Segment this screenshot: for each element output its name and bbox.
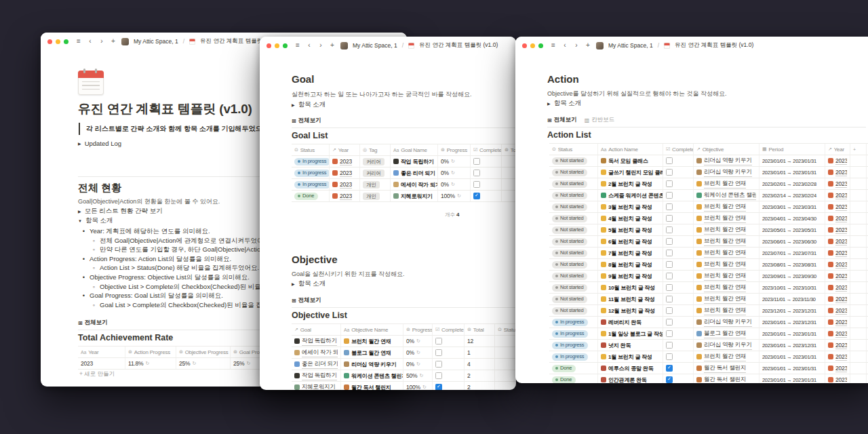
- refresh-icon[interactable]: ↻: [416, 350, 420, 355]
- relation-chip[interactable]: 2023: [828, 353, 847, 361]
- complete-checkbox[interactable]: [666, 215, 673, 222]
- table-row[interactable]: Not started10월 브런치 글 작성브런치 월간 연재2023/10/…: [549, 282, 868, 294]
- relation-chip[interactable]: 에세이 작가 되기: [294, 349, 338, 357]
- page-title-cell[interactable]: 좋은 리더 되기: [401, 170, 435, 177]
- relation-chip[interactable]: 2023: [828, 319, 847, 326]
- page-title-cell[interactable]: 블로그 월간 연재: [351, 349, 391, 357]
- status-badge[interactable]: Done: [552, 365, 576, 372]
- page-title-cell[interactable]: 에루스의 종말 완독: [608, 365, 653, 372]
- page-title-cell[interactable]: 리더십 역량 키우기: [351, 361, 396, 368]
- page-title-cell[interactable]: 11월 브런치 글 작성: [608, 296, 655, 303]
- relation-chip[interactable]: 워케이션 콘텐츠 챌린지: [696, 191, 756, 200]
- table-row[interactable]: Done인간관계론 완독월간 독서 챌린지2023/01/01 → 2023/0…: [549, 374, 868, 383]
- page-title-cell[interactable]: 12월 브런치 글 작성: [608, 307, 655, 315]
- relation-chip[interactable]: 브런치 월간 연재: [696, 307, 746, 315]
- column-header-op[interactable]: ⊚Objective Progress: [176, 347, 231, 357]
- status-badge[interactable]: Not started: [552, 261, 587, 269]
- page-title-cell[interactable]: 7월 브런치 글 작성: [608, 250, 652, 257]
- complete-checkbox[interactable]: [666, 319, 673, 326]
- complete-checkbox[interactable]: [435, 361, 442, 368]
- table-row[interactable]: In progress2023커리어좋은 리더 되기0%↻: [292, 167, 516, 179]
- column-header-year[interactable]: ↗Year: [330, 144, 360, 155]
- table-row[interactable]: In progress2023커리어작업 독립하기0%↻: [292, 156, 516, 167]
- table-row[interactable]: Not started7월 브런치 글 작성브런치 월간 연재2023/07/0…: [549, 248, 868, 259]
- column-header-status[interactable]: ⊙Status: [292, 144, 330, 155]
- relation-chip[interactable]: 2023: [828, 192, 847, 199]
- column-header-year[interactable]: AaYear: [78, 347, 125, 357]
- column-header-name[interactable]: AaObjective Name: [341, 324, 403, 335]
- table-row[interactable]: Not started글쓰기 챌린지 모임 클래스리더십 역량 키우기2023/…: [549, 167, 868, 178]
- tab-board-view[interactable]: ▥ 칸반보드: [585, 116, 615, 124]
- column-header-progress[interactable]: ⊚Progress: [403, 324, 433, 335]
- complete-checkbox[interactable]: [435, 349, 442, 356]
- breadcrumb-workspace[interactable]: My Attic Space, 1: [608, 42, 653, 49]
- table-row[interactable]: Not started3월 브런치 글 작성브런치 월간 연재2023/03/0…: [549, 201, 868, 213]
- complete-checkbox[interactable]: [666, 284, 673, 291]
- relation-chip[interactable]: 브런치 월간 연재: [696, 249, 746, 258]
- refresh-icon[interactable]: ↻: [422, 384, 427, 390]
- toggle-items-intro[interactable]: ▶ 항목 소개: [292, 279, 326, 288]
- back-icon[interactable]: ‹: [561, 42, 568, 49]
- complete-checkbox[interactable]: [666, 353, 673, 360]
- column-header-tag[interactable]: ◎Tag: [360, 144, 391, 155]
- page-title-cell[interactable]: 10월 브런치 글 작성: [608, 284, 655, 292]
- close-button[interactable]: [267, 43, 271, 48]
- relation-chip[interactable]: 2023: [828, 180, 847, 188]
- relation-chip[interactable]: 2023: [332, 181, 352, 189]
- status-badge[interactable]: Not started: [552, 273, 587, 280]
- relation-chip[interactable]: 2023: [828, 261, 847, 269]
- breadcrumb-workspace[interactable]: My Attic Space, 1: [353, 42, 397, 49]
- status-badge[interactable]: In progress: [552, 353, 588, 361]
- table-row[interactable]: Not started2월 브런치 글 작성브런치 월간 연재2023/02/0…: [549, 178, 868, 190]
- column-header-status[interactable]: ⊙Status: [549, 144, 598, 155]
- relation-chip[interactable]: 브런치 월간 연재: [696, 226, 746, 235]
- relation-chip[interactable]: 브런치 월간 연재: [696, 180, 746, 189]
- table-row[interactable]: Not started8월 브런치 글 작성브런치 월간 연재2023/08/0…: [549, 259, 868, 271]
- table-row[interactable]: 작업 독립하기워케이션 콘텐츠 챌린지50%↻2: [292, 370, 516, 382]
- table-row[interactable]: Not started4월 브런치 글 작성브런치 월간 연재2023/04/0…: [549, 213, 868, 224]
- breadcrumb-workspace[interactable]: My Attic Space, 1: [134, 38, 178, 45]
- new-page-icon[interactable]: +: [110, 38, 117, 45]
- column-header-year[interactable]: ↗Year: [825, 144, 850, 155]
- tag-pill[interactable]: 개인: [363, 193, 380, 200]
- refresh-icon[interactable]: ↻: [192, 361, 196, 366]
- relation-chip[interactable]: 2023: [828, 238, 847, 245]
- forward-icon[interactable]: ›: [573, 42, 580, 49]
- complete-checkbox[interactable]: [666, 192, 673, 199]
- page-title-cell[interactable]: 작업 독립하기: [401, 158, 434, 165]
- complete-checkbox[interactable]: [666, 169, 673, 176]
- column-header-name[interactable]: AaGoal Name: [391, 144, 438, 155]
- complete-checkbox[interactable]: [666, 261, 673, 268]
- status-badge[interactable]: Not started: [552, 192, 587, 199]
- column-header-period[interactable]: ▦Period: [760, 144, 825, 155]
- refresh-icon[interactable]: ↻: [416, 338, 420, 344]
- status-badge[interactable]: Not started: [552, 157, 587, 165]
- page-title-cell[interactable]: 3월 브런치 글 작성: [608, 203, 652, 211]
- relation-chip[interactable]: 작업 독립하기: [294, 372, 337, 380]
- table-row[interactable]: Done에루스의 종말 완독월간 독서 챌린지2023/01/01 → 2023…: [549, 363, 868, 374]
- complete-checkbox[interactable]: [666, 238, 673, 245]
- relation-chip[interactable]: 브런치 월간 연재: [696, 203, 746, 212]
- table-row[interactable]: In progress1월 일상 블로그 글 작성블로그 월간 연재2023/0…: [549, 328, 868, 340]
- complete-checkbox[interactable]: [435, 384, 442, 390]
- relation-chip[interactable]: 2023: [828, 284, 847, 292]
- toggle-items-intro[interactable]: ▶ 항목 소개: [547, 99, 581, 108]
- tag-pill[interactable]: 커리어: [363, 158, 384, 165]
- relation-chip[interactable]: 2023: [332, 170, 352, 177]
- workspace-avatar[interactable]: [596, 42, 604, 50]
- relation-chip[interactable]: 2023: [828, 215, 847, 222]
- complete-checkbox[interactable]: [435, 338, 442, 344]
- column-header-complete[interactable]: ☑Complete: [471, 144, 502, 155]
- table-row[interactable]: Not started독서 모임 클래스리더십 역량 키우기2023/01/01…: [549, 155, 868, 167]
- menu-icon[interactable]: ≡: [75, 38, 82, 45]
- close-button[interactable]: [47, 39, 52, 44]
- relation-chip[interactable]: 2023: [828, 296, 847, 303]
- relation-chip[interactable]: 2023: [828, 169, 847, 176]
- status-badge[interactable]: In progress: [552, 330, 588, 338]
- complete-checkbox[interactable]: [666, 250, 673, 256]
- status-badge[interactable]: Done: [294, 193, 318, 200]
- page-title-cell[interactable]: 9월 브런치 글 작성: [608, 273, 652, 280]
- complete-checkbox[interactable]: [666, 273, 673, 279]
- column-header-complete[interactable]: ☑Complete: [433, 324, 465, 335]
- complete-checkbox[interactable]: [473, 181, 480, 188]
